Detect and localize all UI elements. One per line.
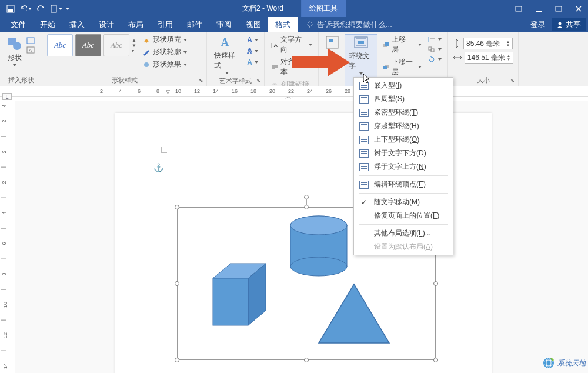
- watermark: 系统天地: [542, 357, 586, 369]
- tab-format[interactable]: 格式: [268, 17, 298, 32]
- svg-point-14: [144, 62, 149, 67]
- dd-behind[interactable]: 衬于文字下方(D): [354, 146, 453, 160]
- svg-rect-27: [385, 42, 389, 46]
- shape-outline-button[interactable]: 形状轮廓: [141, 46, 188, 58]
- shape-style-1[interactable]: Abc: [47, 34, 73, 56]
- shape-style-gallery[interactable]: Abc Abc Abc ▲▼▾: [47, 34, 136, 56]
- document-area: ⚓: [15, 101, 588, 373]
- svg-rect-3: [516, 6, 522, 11]
- dd-fix-position[interactable]: 修复页面上的位置(F): [354, 209, 453, 222]
- dd-more-layout[interactable]: 其他布局选项(L)...: [354, 227, 453, 240]
- shape-styles-launcher[interactable]: ⬊: [197, 76, 205, 85]
- send-backward-button[interactable]: 下移一层: [381, 56, 423, 78]
- maximize-icon[interactable]: [553, 3, 564, 15]
- position-icon: [325, 35, 339, 49]
- quick-styles-button[interactable]: A 快速样式: [212, 34, 242, 75]
- minimize-icon[interactable]: [533, 3, 544, 15]
- group-insert-shapes: 形状 A 插入形状: [0, 32, 42, 86]
- tab-references[interactable]: 引用: [151, 17, 180, 32]
- width-icon: [453, 54, 462, 62]
- text-box-icon[interactable]: A: [26, 46, 36, 54]
- effects-icon: [142, 61, 151, 68]
- text-direction-icon: ||A: [270, 41, 278, 48]
- svg-text:||A: ||A: [271, 42, 278, 48]
- shapes-button[interactable]: 形状: [5, 34, 25, 68]
- wrap-text-icon: [353, 36, 369, 50]
- svg-rect-1: [8, 9, 13, 12]
- share-button[interactable]: 共享: [552, 18, 586, 31]
- tab-file[interactable]: 文件: [4, 17, 33, 32]
- width-input[interactable]: 146.51 毫米▲▼: [465, 52, 513, 64]
- shape-style-3[interactable]: Abc: [103, 34, 129, 56]
- shape-fill-button[interactable]: 形状填充: [141, 34, 188, 45]
- anchor-icon: ⚓: [153, 163, 163, 172]
- wordart-launcher[interactable]: ⬊: [255, 76, 263, 85]
- shape-effects-button[interactable]: 形状效果: [141, 59, 188, 70]
- contextual-tab-drawing[interactable]: 绘图工具: [301, 0, 346, 17]
- dd-tight[interactable]: 紧密型环绕(T): [354, 106, 453, 119]
- bring-forward-button[interactable]: 上移一层: [381, 34, 423, 55]
- dd-topbottom[interactable]: 上下型环绕(O): [354, 133, 453, 146]
- login-link[interactable]: 登录: [530, 19, 546, 30]
- undo-icon[interactable]: [20, 3, 32, 15]
- close-icon[interactable]: [573, 3, 584, 15]
- height-input[interactable]: 85.46 毫米▲▼: [463, 38, 513, 49]
- dd-square[interactable]: 四周型(S): [354, 92, 453, 106]
- dd-through[interactable]: 穿越型环绕(H): [354, 119, 453, 133]
- horizontal-ruler: ▽ /* ticks rendered below */ 24681012141…: [0, 86, 588, 97]
- bulb-icon: [306, 21, 314, 29]
- align-text-button[interactable]: 对齐文本: [269, 56, 313, 78]
- text-fill-icon[interactable]: A: [246, 35, 259, 45]
- svg-rect-11: [27, 38, 34, 44]
- quick-access-toolbar: [0, 3, 69, 15]
- text-outline-icon[interactable]: A: [246, 46, 259, 56]
- tell-me-search[interactable]: 告诉我您想要做什么...: [306, 19, 392, 30]
- globe-icon: [542, 357, 555, 369]
- ribbon-tabs: 文件 开始 插入 设计 布局 引用 邮件 审阅 视图 格式 告诉我您想要做什么.…: [0, 17, 588, 32]
- tab-layout[interactable]: 布局: [121, 17, 151, 32]
- svg-rect-23: [358, 41, 364, 44]
- group-wordart-styles: A 快速样式 A A A 艺术字样式 ⬊: [207, 32, 265, 86]
- vertical-ruler: 42|2|2|4|6|8|10|12|14: [2, 103, 13, 373]
- tab-home[interactable]: 开始: [33, 17, 62, 32]
- text-effects-icon[interactable]: A: [246, 58, 259, 67]
- svg-rect-21: [329, 39, 333, 42]
- redo-icon[interactable]: [35, 3, 47, 15]
- tab-design[interactable]: 设计: [92, 17, 121, 32]
- tab-insert[interactable]: 插入: [62, 17, 92, 32]
- svg-point-10: [13, 42, 21, 50]
- rotate-objects-icon[interactable]: [426, 55, 443, 64]
- dd-front[interactable]: 浮于文字上方(N): [354, 160, 453, 174]
- size-launcher[interactable]: ⬊: [509, 76, 517, 85]
- document-title: 文档2 - Word: [242, 4, 283, 14]
- shape-style-2[interactable]: Abc: [75, 34, 101, 56]
- align-objects-icon[interactable]: [426, 35, 443, 44]
- svg-point-40: [290, 257, 347, 276]
- paint-bucket-icon: [142, 36, 151, 44]
- dd-edit-points[interactable]: 编辑环绕顶点(E): [354, 178, 453, 191]
- tab-mailings[interactable]: 邮件: [180, 17, 209, 32]
- align-icon: [270, 64, 278, 71]
- ribbon: 形状 A 插入形状 Abc Abc Abc ▲▼▾ 形状填充 形状轮廓 形状效果: [0, 32, 588, 86]
- group-objects-icon[interactable]: [426, 45, 443, 54]
- ribbon-options-icon[interactable]: [513, 3, 524, 15]
- rotate-handle[interactable]: [304, 195, 309, 199]
- height-icon: [453, 39, 461, 48]
- position-button[interactable]: [323, 34, 341, 90]
- wrap-text-dropdown: 嵌入型(I) 四周型(S) 紧密型环绕(T) 穿越型环绕(H) 上下型环绕(O)…: [353, 77, 453, 255]
- edit-shape-icon[interactable]: [26, 36, 36, 45]
- wordart-icon: A: [219, 35, 235, 49]
- tab-review[interactable]: 审阅: [209, 17, 239, 32]
- dd-set-default: 设置为默认布局(A): [354, 240, 453, 254]
- tab-view[interactable]: 视图: [239, 17, 268, 32]
- text-direction-button[interactable]: ||A文字方向: [269, 34, 313, 55]
- svg-rect-42: [213, 278, 248, 325]
- dd-move-with-text[interactable]: ✓随文字移动(M): [354, 195, 453, 209]
- person-icon: [556, 21, 563, 28]
- save-icon[interactable]: [5, 3, 16, 15]
- new-doc-icon[interactable]: [51, 3, 62, 15]
- pen-icon: [142, 49, 151, 56]
- group-shape-styles: Abc Abc Abc ▲▼▾ 形状填充 形状轮廓 形状效果 形状样式 ⬊: [42, 32, 207, 86]
- svg-text:A: A: [221, 36, 229, 48]
- ruler-corner: L: [2, 93, 12, 100]
